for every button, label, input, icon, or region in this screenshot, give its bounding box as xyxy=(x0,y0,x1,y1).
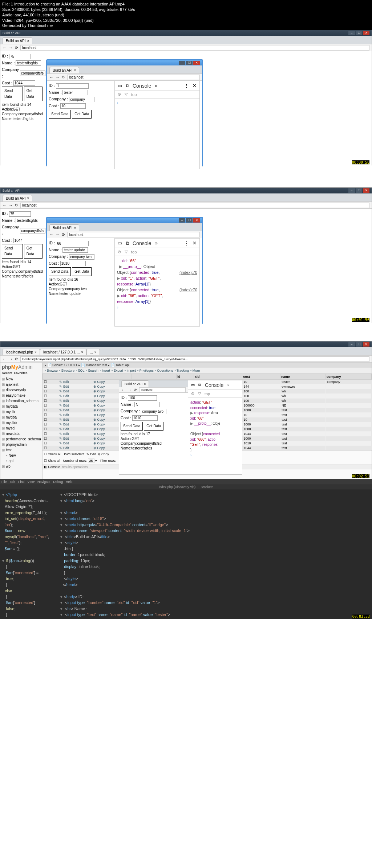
context-label: top xyxy=(131,92,137,97)
back-icon[interactable]: ← xyxy=(3,45,7,50)
url-input[interactable] xyxy=(20,45,369,51)
close-button[interactable]: ✕ xyxy=(363,31,369,35)
minimize-button[interactable]: – xyxy=(179,61,185,65)
get-button[interactable]: Get Data xyxy=(72,110,92,119)
window-titlebar: Build an API – ☐ ✕ xyxy=(0,30,372,36)
device-icon[interactable]: ▭ xyxy=(118,83,122,88)
dock-icon[interactable]: ⧉ xyxy=(126,83,129,89)
close-tab-icon[interactable]: × xyxy=(27,39,29,43)
browser-tab[interactable]: Build an API× xyxy=(49,67,79,73)
browser-tabstrip: localhost/api.php ×localhost / 127.0.0.1… xyxy=(0,347,372,355)
frame-3: –☐✕ localhost/api.php ×localhost / 127.0… xyxy=(0,341,372,479)
frame-4-brackets: FileEditFindViewNavigateDebugHelp index.… xyxy=(0,479,372,619)
timestamp: 00:00:58 xyxy=(352,160,369,164)
brackets-menu: FileEditFindViewNavigateDebugHelp xyxy=(0,479,372,484)
overlay-window: Build an API× ←→⟳ ID : Name : Company : … xyxy=(119,380,242,475)
frame-1: Build an API – ☐ ✕ Build an API× ← → ⟳ I… xyxy=(0,30,372,165)
pma-logo: phpMyAdmin xyxy=(2,364,41,370)
right-code-pane[interactable]: ▾<!DOCTYPE html>▾<html lang="en"> ▾<head… xyxy=(58,489,372,619)
showall-checkbox[interactable]: ☐ xyxy=(44,459,47,463)
id-input[interactable] xyxy=(9,54,31,59)
close-button[interactable]: ✕ xyxy=(193,61,200,65)
pma-breadcrumb: ▸ 📄 Server: 127.0.0.1 ▸ 📄 Database: test… xyxy=(43,363,372,368)
send-button[interactable]: Send Data xyxy=(2,87,23,101)
inner-window: –☐✕ Build an API× ←→⟳ ID : Name : Compan… xyxy=(46,59,203,167)
pma-db-tree: ⊞ New⊞ ajaxtest⊞ discoveryvip⊞ easytomak… xyxy=(2,376,41,469)
console-prompt[interactable]: › xyxy=(117,101,118,105)
brackets-tab: index.php (Discovery-vip) — Brackets xyxy=(0,484,372,489)
menu-icon[interactable]: ⋮ xyxy=(184,83,189,88)
checkall-checkbox[interactable]: ☐ xyxy=(44,452,47,456)
cost-input[interactable] xyxy=(60,103,86,109)
maximize-button[interactable]: ☐ xyxy=(186,61,193,65)
left-code-pane[interactable]: ▾<?php header('Access-Control- Allow-Ori… xyxy=(0,489,58,619)
pma-sidebar: phpMyAdmin Recent Favorites ⊞ New⊞ ajaxt… xyxy=(0,363,43,480)
url-input[interactable] xyxy=(67,75,200,80)
reload-icon[interactable]: ⟳ xyxy=(15,45,18,50)
get-button[interactable]: Get Data xyxy=(24,87,43,101)
browser-tabstrip: Build an API× xyxy=(0,36,372,44)
send-button[interactable]: Send Data xyxy=(49,110,71,119)
name-input[interactable] xyxy=(16,60,41,66)
address-bar: ← → ⟳ xyxy=(0,44,372,51)
devtools-panel: ▭⧉Console»⋮✕ ⊘▽top xid: "66" ▶ __proto__… xyxy=(114,238,200,327)
frame-2: Build an API–☐✕ Build an API× ←→⟳ ID : N… xyxy=(0,187,372,323)
browser-tab[interactable]: Build an API× xyxy=(3,37,32,44)
forward-icon[interactable]: → xyxy=(9,45,13,50)
close-icon[interactable]: ✕ xyxy=(193,83,197,88)
more-tabs-icon[interactable]: » xyxy=(155,83,157,88)
maximize-button[interactable]: ☐ xyxy=(356,31,362,35)
name-input[interactable] xyxy=(62,90,88,95)
console-tab[interactable]: Console xyxy=(133,83,151,89)
cost-input[interactable] xyxy=(13,80,35,86)
pma-main-tabs: ▫ Browse▫ Structure▫ SQL▫ Search▫ Insert… xyxy=(43,368,372,374)
company-input[interactable] xyxy=(69,97,94,102)
devtools-panel: ▭ ⧉ Console » ⋮ ✕ ⊘ ▽ top › xyxy=(114,81,200,169)
company-input[interactable] xyxy=(20,71,45,76)
console-output: xid: "66" ▶ __proto__: Object(index):70O… xyxy=(115,256,199,326)
filter-icon[interactable]: ▽ xyxy=(125,92,128,97)
video-metadata: File: 1 Introduction to creating an AJAX… xyxy=(0,0,372,30)
minimize-button[interactable]: – xyxy=(348,31,355,35)
id-input[interactable] xyxy=(56,83,89,89)
clear-icon[interactable]: ⊘ xyxy=(118,92,121,97)
status-panel: item found id is 14Action:GETCompany:com… xyxy=(2,102,43,121)
